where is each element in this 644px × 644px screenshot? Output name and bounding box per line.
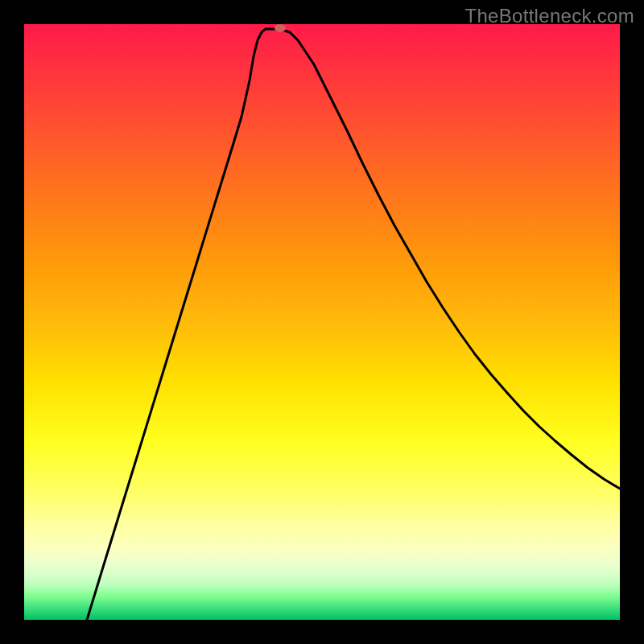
watermark: TheBottleneck.com	[464, 5, 634, 27]
chart-marker	[275, 24, 286, 32]
chart-curve	[24, 24, 620, 620]
chart-frame	[0, 0, 644, 644]
chart-container: TheBottleneck.com	[0, 0, 644, 644]
